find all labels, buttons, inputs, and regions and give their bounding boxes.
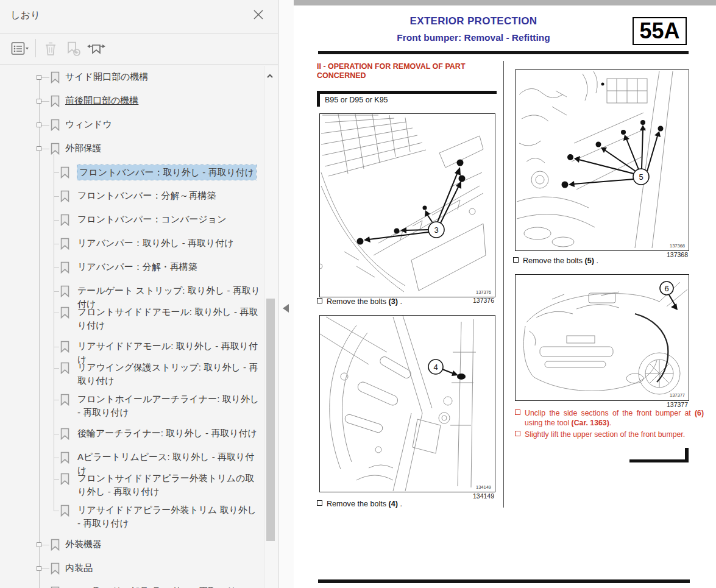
figure-bolts-4: 4 134149 (319, 315, 495, 492)
options-menu-icon (11, 40, 29, 57)
bookmark-label[interactable]: フロントサイドドアピラー外装トリムの取り外し - 再取り付け (77, 472, 261, 498)
bookmark-label[interactable]: ウィンドウ (65, 118, 112, 131)
bookmark-label[interactable]: リアバンパー：分解・再構築 (77, 260, 197, 274)
bookmarks-scrollbar[interactable] (264, 66, 278, 588)
expand-toggle-icon[interactable] (37, 99, 41, 104)
section-title: EXTERIOR PROTECTION (316, 15, 631, 27)
bookmark-item[interactable]: フロントサイドドアピラー外装トリムの取り外し - 再取り付け (0, 470, 264, 501)
bookmark-icon (60, 306, 70, 319)
figure-number: 134149 (319, 492, 494, 500)
panel-options-button[interactable] (11, 40, 28, 57)
bookmark-icon (60, 452, 70, 464)
bookmark-label[interactable]: フロントホイールアーチライナー: 取り外し - 再取り付け (77, 392, 261, 419)
bookmark-label[interactable]: リアバンパー：取り外し - 再取り付け (77, 236, 234, 250)
section-code-badge: 55A (633, 17, 687, 45)
bookmark-label[interactable]: 内装品 (65, 561, 93, 575)
figure-number: 137377 (513, 401, 688, 408)
bookmark-icon (60, 166, 70, 179)
tree-connector (41, 101, 49, 102)
bookmark-label[interactable]: フロントバンパー：分解～再構築 (77, 189, 216, 202)
bookmarks-panel: しおり (0, 0, 278, 588)
bookmark-icon (60, 190, 70, 202)
figure-unclip-6: 6 137377 (515, 274, 689, 401)
tree-connector (54, 172, 59, 173)
delete-bookmark-button[interactable] (43, 40, 60, 57)
scroll-up-button[interactable] (267, 71, 273, 77)
bookmark-item[interactable]: フロントバンパー：分解～再構築 (0, 185, 264, 208)
close-icon (252, 9, 264, 21)
expand-current-bookmark-button[interactable] (87, 40, 104, 57)
collapse-panel-icon[interactable] (283, 304, 289, 313)
expand-toggle-icon[interactable] (37, 146, 41, 151)
bookmark-item[interactable]: 内装品 (0, 557, 264, 581)
bookmark-item[interactable]: 外装機器 (0, 533, 264, 557)
bookmark-icon (60, 362, 70, 374)
expand-toggle-icon[interactable] (37, 542, 41, 547)
trash-icon (43, 40, 58, 57)
bookmark-label[interactable]: フロントバンパー：取り外し - 再取り付け (77, 165, 256, 180)
bookmark-item[interactable]: 後輪アーチライナー: 取り外し - 再取り付け (0, 422, 264, 446)
bookmark-item[interactable]: 前後開口部の機構 (0, 90, 264, 113)
figure-bolts-5: 5 137368 (515, 69, 689, 251)
bookmark-item[interactable]: フロントバンパー：取り外し - 再取り付け (0, 161, 264, 185)
bookmark-label[interactable]: 後輪アーチライナー: 取り外し - 再取り付け (77, 427, 257, 440)
tree-connector (54, 267, 59, 268)
bookmark-icon (60, 238, 70, 250)
bookmarks-toolbar (0, 34, 278, 63)
bookmarks-tree: サイド開口部の機構前後開口部の機構ウィンドウ外部保護フロントバンパー：取り外し … (0, 66, 264, 588)
tree-connector (54, 347, 59, 347)
bookmark-item[interactable]: リアバンパー：取り外し - 再取り付け (0, 232, 264, 256)
bookmark-label[interactable]: リアウイング保護ストリップ: 取り外し - 再取り付け (77, 361, 261, 388)
bookmark-item[interactable]: ウィンドウ (0, 113, 264, 137)
bookmark-icon (50, 71, 60, 83)
bookmark-label[interactable]: トリム取り付け部品: 取り外し - 再取り付け (65, 585, 245, 588)
bookmark-icon (50, 119, 60, 131)
bookmark-expand-icon (87, 40, 106, 57)
bookmark-item[interactable]: リアウイング保護ストリップ: 取り外し - 再取り付け (0, 359, 264, 391)
operation-heading: II - OPERATION FOR REMOVAL OF PART CONCE… (317, 62, 475, 80)
bookmarks-panel-title: しおり (10, 9, 40, 22)
continuation-mark (629, 459, 689, 462)
bookmark-item[interactable]: フロントバンパー：コンバージョン (0, 208, 264, 232)
document-page: EXTERIOR PROTECTION Front bumper: Remova… (294, 0, 716, 588)
close-panel-button[interactable] (252, 9, 264, 21)
bookmark-item[interactable]: フロントサイドドアモール: 取り外し - 再取り付け (0, 303, 264, 335)
bookmark-item[interactable]: トリム取り付け部品: 取り外し - 再取り付け (0, 581, 264, 588)
tree-connector (54, 400, 59, 400)
scrollbar-thumb[interactable] (266, 299, 275, 541)
bookmark-label[interactable]: リアサイドドアピラー外装トリム 取り外し - 再取り付け (77, 503, 261, 530)
bookmark-icon (60, 341, 70, 353)
note-lift-upper-section: Slightly lift the upper section of the f… (515, 430, 704, 439)
bullet-square-icon (317, 298, 322, 303)
svg-text:4: 4 (433, 363, 438, 372)
bookmark-label[interactable]: フロントバンパー：コンバージョン (77, 213, 227, 226)
expand-toggle-icon[interactable] (37, 75, 41, 80)
tree-connector (54, 511, 59, 511)
tree-connector (41, 569, 49, 569)
bookmark-item[interactable]: Aピラートリムピース: 取り外し - 再取り付け (0, 446, 264, 470)
separator (0, 64, 278, 65)
toolbar-separator (35, 39, 36, 57)
bookmark-item[interactable]: リアバンパー：分解・再構築 (0, 256, 264, 280)
bookmark-label[interactable]: フロントサイドドアモール: 取り外し - 再取り付け (77, 305, 261, 332)
expand-toggle-icon[interactable] (37, 122, 41, 127)
bookmark-item[interactable]: テールゲート ストリップ: 取り外し - 再取り付け (0, 280, 264, 303)
bookmark-label[interactable]: 前後開口部の機構 (65, 94, 138, 107)
bookmark-item[interactable]: サイド開口部の機構 (0, 66, 264, 90)
bookmark-item[interactable]: フロントホイールアーチライナー: 取り外し - 再取り付け (0, 391, 264, 422)
svg-text:137377: 137377 (670, 392, 685, 398)
expand-toggle-icon[interactable] (37, 566, 41, 571)
svg-text:137368: 137368 (670, 243, 685, 249)
bookmark-icon (50, 539, 60, 551)
caption-remove-bolts-5: Remove the bolts (5) . (513, 257, 598, 265)
bookmark-item[interactable]: リアサイドドアモール: 取り外し - 再取り付け (0, 335, 264, 359)
bookmark-label[interactable]: 外装機器 (65, 537, 102, 551)
bookmark-item[interactable]: 外部保護 (0, 137, 264, 161)
svg-text:5: 5 (639, 172, 643, 182)
tree-connector (54, 196, 59, 197)
bookmark-item[interactable]: リアサイドドアピラー外装トリム 取り外し - 再取り付け (0, 501, 264, 533)
bookmark-label[interactable]: サイド開口部の機構 (65, 70, 148, 83)
panel-splitter[interactable] (278, 0, 294, 588)
add-bookmark-button[interactable] (65, 40, 82, 57)
bookmark-label[interactable]: 外部保護 (65, 141, 102, 155)
